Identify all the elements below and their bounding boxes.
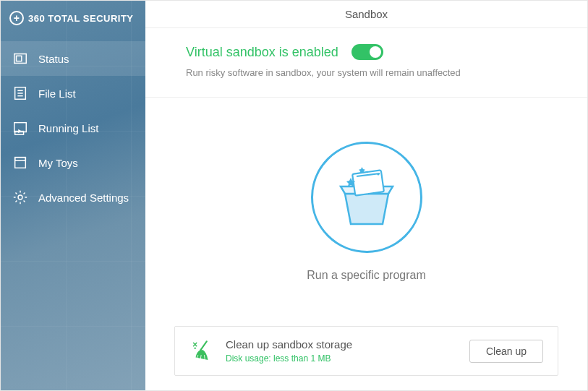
status-row: Virtual sandbox is enabled — [186, 44, 558, 60]
brand-logo-icon: + — [9, 11, 24, 25]
my-toys-icon — [12, 155, 28, 171]
sidebar-item-my-toys[interactable]: My Toys — [1, 145, 145, 180]
page-title: Sandbox — [345, 8, 388, 20]
gear-icon — [12, 189, 28, 205]
cleanup-title: Clean up sandbox storage — [226, 338, 458, 351]
app-window: + 360 TOTAL SECURITY Status File List — [0, 0, 588, 391]
status-subtitle: Run risky software in sandbox, your syst… — [186, 67, 558, 78]
svg-point-14 — [377, 173, 379, 175]
status-icon — [12, 51, 28, 66]
broom-icon — [189, 339, 214, 364]
cleanup-button[interactable]: Clean up — [469, 340, 543, 363]
svg-rect-9 — [15, 158, 26, 168]
sidebar-item-label: File List — [38, 87, 76, 100]
sidebar-item-advanced-settings[interactable]: Advanced Settings — [1, 180, 145, 215]
main-content: Sandbox Virtual sandbox is enabled Run r… — [145, 1, 587, 390]
running-list-icon — [12, 120, 28, 136]
sidebar-item-label: Status — [38, 53, 69, 65]
run-program-button[interactable] — [311, 142, 422, 253]
sandbox-toggle[interactable] — [351, 44, 383, 60]
cleanup-subtitle: Disk usage: less than 1 MB — [226, 353, 458, 364]
sidebar-item-running-list[interactable]: Running List — [1, 111, 145, 145]
svg-line-19 — [200, 341, 207, 350]
status-title: Virtual sandbox is enabled — [186, 45, 338, 60]
sidebar-item-label: Advanced Settings — [38, 192, 129, 204]
cleanup-text: Clean up sandbox storage Disk usage: les… — [226, 338, 458, 364]
sidebar-item-status[interactable]: Status — [1, 41, 145, 76]
svg-rect-8 — [15, 132, 24, 135]
hero: Run a specific program — [145, 98, 587, 326]
sidebar-item-label: Running List — [38, 122, 98, 134]
svg-rect-10 — [15, 158, 26, 161]
sandbox-box-icon — [331, 165, 403, 230]
status-panel: Virtual sandbox is enabled Run risky sof… — [145, 28, 587, 98]
brand-name: 360 TOTAL SECURITY — [28, 13, 134, 24]
titlebar: Sandbox — [145, 1, 587, 28]
sidebar: + 360 TOTAL SECURITY Status File List — [1, 1, 145, 390]
sidebar-item-label: My Toys — [38, 157, 78, 169]
svg-point-11 — [18, 195, 22, 199]
svg-rect-1 — [17, 56, 22, 61]
hero-caption: Run a specific program — [307, 269, 426, 282]
sidebar-item-file-list[interactable]: File List — [1, 76, 145, 111]
cleanup-panel: Clean up sandbox storage Disk usage: les… — [174, 326, 558, 376]
file-list-icon — [12, 85, 28, 101]
brand: + 360 TOTAL SECURITY — [1, 1, 145, 41]
